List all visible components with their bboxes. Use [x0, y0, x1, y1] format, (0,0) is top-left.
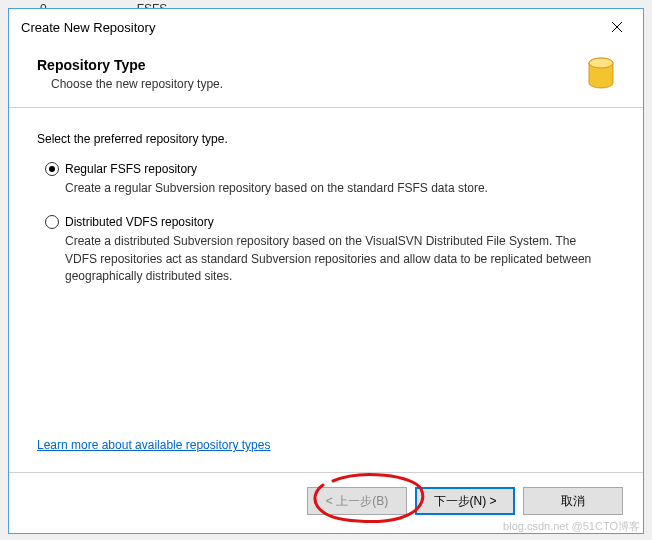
repository-type-radio-group: Regular FSFS repository Create a regular… — [45, 162, 615, 304]
option-fsfs: Regular FSFS repository Create a regular… — [45, 162, 615, 197]
cancel-button[interactable]: 取消 — [523, 487, 623, 515]
close-icon — [611, 21, 623, 33]
page-subheading: Choose the new repository type. — [51, 77, 223, 91]
page-heading: Repository Type — [37, 57, 223, 73]
footer-buttons: < 上一步(B) 下一步(N) > 取消 — [9, 473, 643, 533]
instruction-text: Select the preferred repository type. — [37, 132, 615, 146]
content-area: Select the preferred repository type. Re… — [9, 108, 643, 472]
option-vdfs: Distributed VDFS repository Create a dis… — [45, 215, 615, 285]
radio-label-fsfs: Regular FSFS repository — [65, 162, 197, 176]
back-button: < 上一步(B) — [307, 487, 407, 515]
next-button[interactable]: 下一步(N) > — [415, 487, 515, 515]
database-icon — [587, 57, 615, 91]
svg-point-3 — [589, 58, 613, 68]
create-repository-dialog: Create New Repository Repository Type Ch… — [8, 8, 644, 534]
radio-desc-fsfs: Create a regular Subversion repository b… — [65, 180, 605, 197]
header-section: Repository Type Choose the new repositor… — [9, 45, 643, 107]
close-button[interactable] — [601, 17, 633, 37]
header-text: Repository Type Choose the new repositor… — [37, 57, 223, 91]
dialog-title: Create New Repository — [21, 20, 155, 35]
radio-row-fsfs[interactable]: Regular FSFS repository — [45, 162, 615, 176]
radio-vdfs[interactable] — [45, 215, 59, 229]
radio-fsfs[interactable] — [45, 162, 59, 176]
learn-more-link[interactable]: Learn more about available repository ty… — [37, 438, 270, 452]
radio-row-vdfs[interactable]: Distributed VDFS repository — [45, 215, 615, 229]
radio-desc-vdfs: Create a distributed Subversion reposito… — [65, 233, 605, 285]
titlebar: Create New Repository — [9, 9, 643, 45]
radio-label-vdfs: Distributed VDFS repository — [65, 215, 214, 229]
